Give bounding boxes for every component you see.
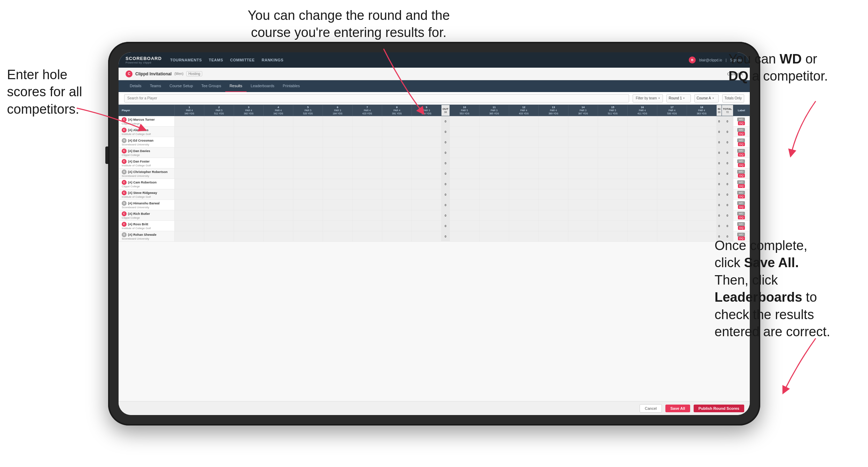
score-h14[interactable] (568, 116, 598, 127)
score-h11[interactable] (479, 231, 509, 242)
wd-button[interactable]: WD (737, 149, 745, 153)
score-h18[interactable] (687, 116, 716, 127)
score-h9[interactable] (412, 179, 441, 189)
wd-button[interactable]: WD (737, 170, 745, 174)
tab-printables[interactable]: Printables (279, 80, 304, 92)
score-h6[interactable] (323, 158, 353, 168)
score-h1[interactable] (175, 116, 204, 127)
score-h16[interactable] (627, 148, 657, 158)
score-h15[interactable] (598, 127, 627, 137)
score-h4[interactable] (264, 137, 293, 148)
publish-button[interactable]: Publish Round Scores (694, 405, 744, 412)
score-h5[interactable] (293, 148, 323, 158)
score-h16[interactable] (627, 116, 657, 127)
score-h8[interactable] (382, 231, 412, 242)
score-h11[interactable] (479, 127, 509, 137)
totals-only-toggle[interactable]: Totals Only (722, 94, 744, 103)
score-h12[interactable] (509, 179, 538, 189)
score-h4[interactable] (264, 189, 293, 200)
score-h13[interactable] (538, 221, 568, 231)
score-h5[interactable] (293, 116, 323, 127)
nav-rankings[interactable]: RANKINGS (262, 57, 284, 63)
score-h14[interactable] (568, 158, 598, 168)
score-h13[interactable] (538, 148, 568, 158)
dq-button[interactable]: DQ (738, 216, 745, 219)
score-h6[interactable] (323, 127, 353, 137)
score-h2[interactable] (204, 200, 234, 210)
wd-button[interactable]: WD (737, 180, 745, 184)
score-h4[interactable] (264, 158, 293, 168)
score-h11[interactable] (479, 189, 509, 200)
score-h2[interactable] (204, 179, 234, 189)
score-h1[interactable] (175, 168, 204, 179)
score-h17[interactable] (657, 168, 687, 179)
score-h1[interactable] (175, 221, 204, 231)
score-h10[interactable] (450, 158, 479, 168)
score-h14[interactable] (568, 137, 598, 148)
score-h1[interactable] (175, 148, 204, 158)
score-h14[interactable] (568, 189, 598, 200)
score-h18[interactable] (687, 200, 716, 210)
score-h17[interactable] (657, 137, 687, 148)
score-h4[interactable] (264, 179, 293, 189)
score-h7[interactable] (353, 231, 382, 242)
score-h12[interactable] (509, 158, 538, 168)
score-h9[interactable] (412, 127, 441, 137)
score-h7[interactable] (353, 221, 382, 231)
score-h11[interactable] (479, 221, 509, 231)
score-h17[interactable] (657, 221, 687, 231)
score-h5[interactable] (293, 221, 323, 231)
tab-course-setup[interactable]: Course Setup (165, 80, 197, 92)
score-h9[interactable] (412, 116, 441, 127)
score-h7[interactable] (353, 200, 382, 210)
score-h2[interactable] (204, 137, 234, 148)
score-h7[interactable] (353, 116, 382, 127)
score-h2[interactable] (204, 221, 234, 231)
score-h1[interactable] (175, 179, 204, 189)
score-h18[interactable] (687, 127, 716, 137)
score-h5[interactable] (293, 158, 323, 168)
score-h8[interactable] (382, 158, 412, 168)
score-h17[interactable] (657, 200, 687, 210)
score-h12[interactable] (509, 200, 538, 210)
score-h6[interactable] (323, 179, 353, 189)
score-h11[interactable] (479, 210, 509, 221)
score-h13[interactable] (538, 116, 568, 127)
search-input[interactable] (124, 94, 629, 103)
score-h18[interactable] (687, 158, 716, 168)
score-h15[interactable] (598, 200, 627, 210)
score-h8[interactable] (382, 168, 412, 179)
score-h8[interactable] (382, 137, 412, 148)
score-h3[interactable] (234, 158, 264, 168)
tab-details[interactable]: Details (126, 80, 146, 92)
wd-button[interactable]: WD (737, 128, 745, 132)
score-h10[interactable] (450, 168, 479, 179)
score-h3[interactable] (234, 148, 264, 158)
score-h1[interactable] (175, 231, 204, 242)
score-h10[interactable] (450, 210, 479, 221)
score-h6[interactable] (323, 231, 353, 242)
score-h15[interactable] (598, 116, 627, 127)
score-h2[interactable] (204, 148, 234, 158)
score-h15[interactable] (598, 210, 627, 221)
dq-button[interactable]: DQ (738, 226, 745, 230)
score-h2[interactable] (204, 116, 234, 127)
score-h13[interactable] (538, 127, 568, 137)
score-h5[interactable] (293, 200, 323, 210)
score-h13[interactable] (538, 137, 568, 148)
score-h10[interactable] (450, 189, 479, 200)
dq-button[interactable]: DQ (738, 174, 745, 178)
score-h16[interactable] (627, 210, 657, 221)
score-h2[interactable] (204, 158, 234, 168)
score-h2[interactable] (204, 210, 234, 221)
score-h12[interactable] (509, 127, 538, 137)
score-h5[interactable] (293, 137, 323, 148)
score-h13[interactable] (538, 210, 568, 221)
score-h5[interactable] (293, 231, 323, 242)
score-h3[interactable] (234, 210, 264, 221)
score-h12[interactable] (509, 210, 538, 221)
score-h6[interactable] (323, 221, 353, 231)
score-h2[interactable] (204, 189, 234, 200)
score-h17[interactable] (657, 148, 687, 158)
score-h16[interactable] (627, 189, 657, 200)
